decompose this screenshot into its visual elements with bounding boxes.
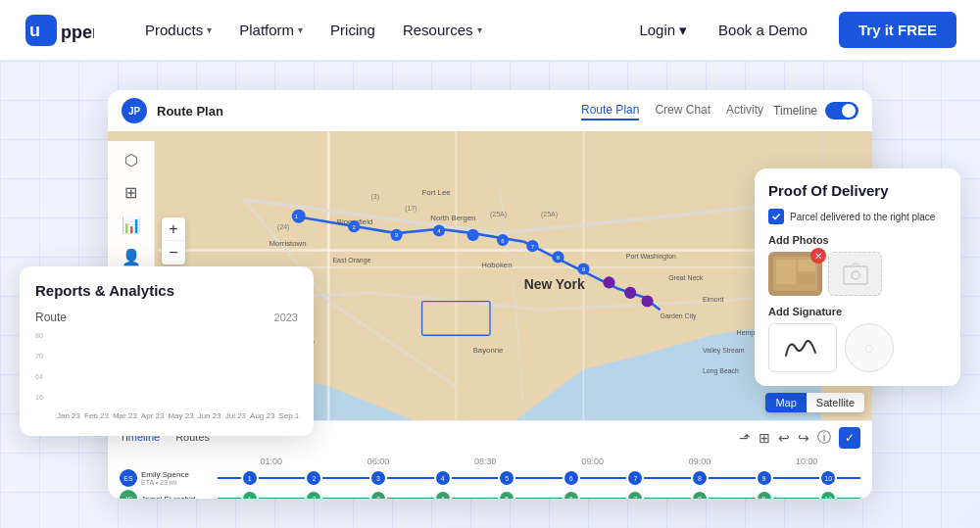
pod-signature-area: ○ [768, 323, 947, 372]
nav-right: Login ▾ Book a Demo Try it FREE [639, 12, 956, 48]
svg-text:(25A): (25A) [490, 211, 507, 218]
svg-text:North Bergen: North Bergen [430, 214, 475, 222]
svg-text:u: u [29, 21, 40, 40]
svg-text:Bayonne: Bayonne [473, 346, 504, 355]
map-header: JP Route Plan Route Plan Crew Chat Activ… [108, 90, 872, 132]
svg-text:pper: pper [61, 23, 94, 42]
zoom-out-button[interactable]: − [162, 241, 185, 264]
avatar: JP [122, 98, 147, 123]
map-view-button[interactable]: Map [765, 393, 806, 412]
bar-apr: Apr 23 [141, 408, 165, 420]
zoom-in-button[interactable]: + [162, 217, 185, 241]
navbar: u pper Products ▾ Platform ▾ Pricing Res… [0, 0, 980, 61]
satellite-view-button[interactable]: Satellite [807, 393, 864, 412]
svg-text:Long Beach: Long Beach [703, 367, 739, 375]
login-button[interactable]: Login ▾ [639, 22, 687, 39]
nav-platform[interactable]: Platform ▾ [227, 14, 315, 46]
book-demo-button[interactable]: Book a Demo [703, 14, 823, 46]
pod-photos-title: Add Photos [768, 234, 947, 246]
svg-point-35 [603, 276, 614, 288]
try-free-button[interactable]: Try it FREE [839, 12, 956, 48]
chart-header: Route 2023 [35, 311, 298, 324]
logo[interactable]: u pper [24, 13, 94, 48]
login-chevron-icon: ▾ [679, 22, 687, 39]
map-icon[interactable]: ⊞ [124, 183, 137, 202]
svg-text:Garden City: Garden City [661, 312, 698, 320]
svg-rect-54 [776, 260, 796, 284]
driver1-avatar: ES [120, 469, 137, 487]
bar-mar: Mar 23 [113, 408, 137, 420]
tab-crew-chat[interactable]: Crew Chat [655, 101, 710, 120]
driver2-name: Jamel El-rashid [141, 495, 195, 500]
pod-photo-placeholder[interactable] [828, 252, 882, 296]
map-card-title: Route Plan [157, 104, 571, 119]
driver1-eta: ETA • 23 mi [141, 479, 189, 486]
bar-feb: Feb 23 [84, 408, 109, 420]
driver1-name: Emily Spence [141, 470, 189, 479]
tab-route-plan[interactable]: Route Plan [581, 101, 639, 120]
confirm-button[interactable]: ✓ [839, 427, 860, 449]
timeline-row-2: JE Jamel El-rashid 1 2 3 4 5 [120, 490, 860, 499]
pod-remove-button[interactable]: ✕ [810, 248, 826, 264]
svg-text:Great Neck: Great Neck [668, 274, 704, 281]
pod-checkbox[interactable]: Parcel delivered to the right place [768, 209, 947, 224]
tab-activity[interactable]: Activity [726, 101, 763, 120]
nav-pricing[interactable]: Pricing [318, 14, 387, 46]
svg-text:Elmont: Elmont [703, 296, 724, 303]
timeline-toggle[interactable] [825, 102, 858, 120]
svg-rect-57 [844, 266, 867, 284]
platform-chevron-icon: ▾ [298, 24, 303, 35]
svg-text:Morristown: Morristown [269, 239, 306, 248]
svg-text:East Orange: East Orange [332, 257, 370, 264]
info-icon[interactable]: ⓘ [817, 429, 831, 447]
chart-label: Route [35, 311, 67, 324]
svg-text:(25A): (25A) [541, 211, 558, 218]
redo-icon[interactable]: ↪ [798, 430, 809, 446]
pod-photos: ✕ [768, 252, 947, 296]
nav-products[interactable]: Products ▾ [133, 14, 223, 46]
pod-signature-circle[interactable]: ○ [845, 323, 894, 372]
bar-aug: Aug 23 [250, 408, 274, 420]
svg-text:Hoboken: Hoboken [481, 261, 512, 269]
pod-photo-1: ✕ [768, 252, 822, 296]
bar-jan: Jan 23 [57, 408, 80, 420]
pod-title: Proof Of Delivery [768, 182, 947, 199]
chart-year: 2023 [274, 312, 298, 323]
svg-rect-56 [798, 273, 815, 284]
driver1-timeline: 1 2 3 4 5 6 7 8 9 [218, 471, 860, 485]
nav-resources[interactable]: Resources ▾ [391, 14, 494, 46]
user-icon[interactable]: 👤 [122, 248, 141, 266]
svg-point-58 [852, 271, 859, 279]
undo-icon[interactable]: ↩ [778, 430, 790, 446]
timeline-controls: ⬏ ⊞ ↩ ↪ ⓘ ✓ [739, 427, 860, 449]
timeline-row-1: ES Emily Spence ETA • 23 mi 1 2 3 4 [120, 469, 860, 487]
timeline-label: Timeline [773, 104, 817, 118]
svg-text:New York: New York [524, 276, 585, 292]
pod-signature-box[interactable] [768, 323, 837, 372]
pod-checkbox-label: Parcel delivered to the right place [790, 212, 935, 222]
svg-point-36 [624, 287, 636, 299]
chart-icon[interactable]: 📊 [122, 216, 141, 234]
map-header-right: Timeline [773, 102, 858, 120]
svg-point-37 [641, 295, 653, 307]
svg-text:(24): (24) [277, 223, 289, 231]
resources-chevron-icon: ▾ [477, 24, 482, 35]
nav-links: Products ▾ Platform ▾ Pricing Resources … [133, 14, 639, 46]
driver2-avatar: JE [120, 490, 137, 499]
svg-text:(17): (17) [405, 205, 416, 213]
grid-icon[interactable]: ⊞ [759, 430, 770, 446]
hero-section: JP Route Plan Route Plan Crew Chat Activ… [0, 61, 980, 528]
checkbox-checked-icon [768, 209, 784, 224]
reports-card: Reports & Analytics Route 2023 80 70 64 … [20, 266, 314, 436]
bar-jun: Jun 23 [198, 408, 221, 420]
pod-signature-title: Add Signature [768, 306, 947, 317]
layers-icon[interactable]: ⬡ [124, 151, 138, 169]
map-tabs: Route Plan Crew Chat Activity [581, 101, 763, 120]
bar-sep: Sep 1 [278, 408, 299, 420]
bar-may: May 23 [168, 408, 193, 420]
bar-jul: Jul 23 [225, 408, 246, 420]
export-icon[interactable]: ⬏ [739, 430, 751, 446]
zoom-controls: + − [162, 217, 185, 264]
svg-point-30 [467, 229, 479, 241]
svg-text:(3): (3) [371, 193, 379, 201]
